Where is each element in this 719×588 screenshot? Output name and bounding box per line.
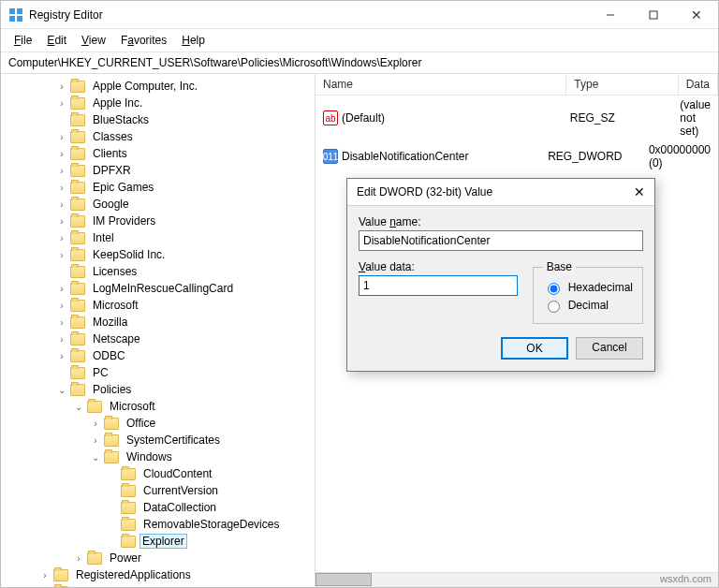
col-name[interactable]: Name (315, 74, 566, 95)
base-legend: Base (543, 260, 576, 273)
maximize-button[interactable] (632, 1, 675, 29)
chevron-right-icon[interactable]: › (55, 299, 68, 312)
tree-node[interactable]: ›IM Providers (55, 213, 315, 229)
regedit-icon (8, 7, 23, 22)
cancel-button[interactable]: Cancel (576, 337, 643, 360)
tree-node[interactable]: ›CurrentVersion (106, 482, 315, 499)
chevron-right-icon[interactable]: › (89, 434, 102, 447)
radio-dec-input[interactable] (548, 301, 560, 313)
tree-label: Epic Games (89, 180, 157, 195)
tree-label: BlueStacks (89, 112, 153, 127)
chevron-right-icon[interactable]: › (38, 585, 51, 587)
tree-node[interactable]: ›Mozilla (55, 314, 315, 331)
tree-node[interactable]: ›PC (55, 364, 315, 381)
folder-icon (121, 485, 136, 497)
tree-node[interactable]: ›DPFXR (55, 162, 315, 179)
menu-edit[interactable]: Edit (39, 31, 74, 50)
tree-node[interactable]: ›Seagate (38, 583, 315, 587)
tree-node[interactable]: ›ODBC (55, 347, 315, 364)
chevron-down-icon[interactable]: ⌄ (72, 400, 85, 413)
tree-pane[interactable]: ›Apple Computer, Inc.›Apple Inc.›BlueSta… (1, 74, 315, 587)
chevron-down-icon[interactable]: ⌄ (89, 450, 102, 463)
chevron-right-icon[interactable]: › (55, 80, 68, 93)
ok-button[interactable]: OK (501, 337, 568, 360)
tree-label: CurrentVersion (139, 483, 222, 498)
chevron-right-icon[interactable]: › (55, 130, 68, 143)
column-headers: Name Type Data (315, 74, 718, 96)
tree-node[interactable]: ›CloudContent (106, 465, 315, 482)
tree-node[interactable]: ›Classes (55, 128, 315, 145)
chevron-right-icon[interactable]: › (55, 164, 68, 177)
tree-node[interactable]: ›RemovableStorageDevices (106, 516, 315, 533)
chevron-right-icon[interactable]: › (55, 332, 68, 345)
tree-label: RegisteredApplications (72, 567, 195, 582)
tree-node[interactable]: ⌄Microsoft (72, 398, 315, 415)
value-name-input[interactable] (359, 230, 643, 251)
radio-hex-input[interactable] (548, 283, 560, 295)
tree-node[interactable]: ›Power (72, 550, 315, 566)
tree-node[interactable]: ›KeepSolid Inc. (55, 246, 315, 263)
tree-node[interactable]: ›RegisteredApplications (38, 566, 315, 583)
scrollbar-thumb[interactable] (315, 573, 372, 586)
tree-node[interactable]: ⌄Windows (89, 448, 315, 465)
menu-help[interactable]: Help (174, 31, 213, 50)
menu-file[interactable]: File (7, 31, 39, 50)
chevron-right-icon[interactable]: › (55, 147, 68, 160)
chevron-right-icon[interactable]: › (55, 282, 68, 295)
watermark: wsxdn.com (660, 573, 712, 584)
value-data-input[interactable] (359, 275, 518, 296)
folder-icon (70, 148, 85, 160)
chevron-right-icon[interactable]: › (55, 316, 68, 329)
tree-label: Seagate (72, 584, 122, 587)
tree-node[interactable]: ›Netscape (55, 331, 315, 347)
chevron-right-icon[interactable]: › (72, 551, 85, 565)
radio-dec[interactable]: Decimal (543, 298, 633, 313)
chevron-right-icon[interactable]: › (89, 417, 102, 430)
close-button[interactable]: ✕ (675, 1, 718, 29)
col-type[interactable]: Type (566, 74, 678, 95)
chevron-right-icon[interactable]: › (55, 231, 68, 244)
radio-hex[interactable]: Hexadecimal (543, 280, 633, 295)
chevron-right-icon[interactable]: › (55, 198, 68, 211)
folder-icon (70, 232, 85, 244)
svg-rect-3 (17, 16, 22, 22)
titlebar: Registry Editor ✕ (1, 1, 718, 29)
tree-node[interactable]: ›DataCollection (106, 499, 315, 516)
col-data[interactable]: Data (679, 74, 718, 95)
tree-node[interactable]: ›Google (55, 196, 315, 213)
minimize-button[interactable] (589, 1, 632, 29)
tree-node[interactable]: ›Intel (55, 229, 315, 246)
tree-node[interactable]: ›Clients (55, 145, 315, 162)
tree-node[interactable]: ›Microsoft (55, 297, 315, 314)
dialog-close-button[interactable]: ✕ (634, 184, 645, 199)
tree-node[interactable]: ›Apple Computer, Inc. (55, 78, 315, 95)
folder-icon (70, 266, 85, 278)
value-row[interactable]: ab(Default)REG_SZ(value not set) (315, 96, 718, 140)
chevron-right-icon[interactable]: › (55, 96, 68, 110)
tree-node[interactable]: ›Licenses (55, 263, 315, 280)
value-row[interactable]: 011DisableNotificationCenterREG_DWORD0x0… (315, 140, 718, 172)
tree-node[interactable]: ›LogMeInRescueCallingCard (55, 280, 315, 297)
tree-node[interactable]: ›BlueStacks (55, 111, 315, 128)
tree-node[interactable]: ›Epic Games (55, 179, 315, 196)
chevron-right-icon[interactable]: › (55, 181, 68, 194)
horizontal-scrollbar[interactable] (315, 572, 718, 587)
tree-label: Apple Computer, Inc. (89, 79, 201, 94)
chevron-right-icon[interactable]: › (55, 349, 68, 362)
chevron-right-icon[interactable]: › (55, 214, 68, 228)
tree-node[interactable]: ⌄Policies (55, 381, 315, 398)
tree-node[interactable]: ›SystemCertificates (89, 432, 315, 448)
folder-icon (70, 300, 85, 312)
folder-icon (87, 552, 102, 565)
menu-favorites[interactable]: Favorites (113, 31, 174, 50)
tree-label: LogMeInRescueCallingCard (89, 281, 237, 296)
tree-node[interactable]: ›Apple Inc. (55, 95, 315, 111)
menu-view[interactable]: View (74, 31, 113, 50)
address-bar[interactable]: Computer\HKEY_CURRENT_USER\Software\Poli… (1, 52, 718, 74)
tree-label: RemovableStorageDevices (139, 517, 283, 532)
tree-node[interactable]: ›Office (89, 415, 315, 432)
chevron-down-icon[interactable]: ⌄ (55, 383, 68, 396)
chevron-right-icon[interactable]: › (38, 568, 51, 581)
tree-node[interactable]: ›Explorer (106, 533, 315, 550)
chevron-right-icon[interactable]: › (55, 248, 68, 261)
